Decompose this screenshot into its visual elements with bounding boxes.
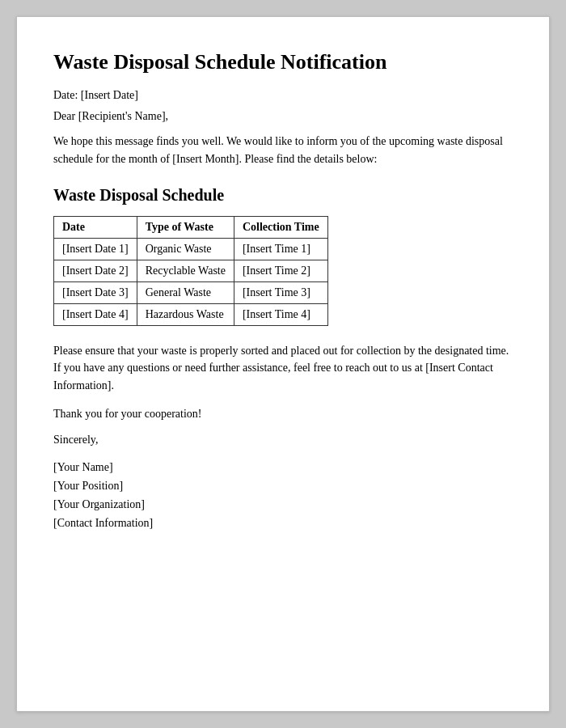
table-row: [Insert Date 2]Recyclable Waste[Insert T… [54,260,328,281]
signature-name: [Your Name] [53,458,513,476]
table-row: [Insert Date 1]Organic Waste[Insert Time… [54,238,328,260]
table-header-row: Date Type of Waste Collection Time [54,216,328,238]
table-cell: [Insert Date 3] [54,281,137,303]
table-cell: [Insert Time 4] [234,303,327,325]
main-title: Waste Disposal Schedule Notification [53,49,513,74]
table-cell: [Insert Date 4] [54,303,137,325]
col-header-type: Type of Waste [137,216,234,238]
dear-line: Dear [Recipient's Name], [53,110,513,123]
signature-position: [Your Position] [53,476,513,495]
intro-paragraph: We hope this message finds you well. We … [53,133,513,167]
table-cell: [Insert Date 2] [54,260,137,281]
table-row: [Insert Date 3]General Waste[Insert Time… [54,281,328,303]
table-cell: [Insert Time 1] [234,238,327,260]
date-line: Date: [Insert Date] [53,89,513,102]
signature-contact: [Contact Information] [53,514,513,532]
document-page: Waste Disposal Schedule Notification Dat… [16,16,550,712]
schedule-table: Date Type of Waste Collection Time [Inse… [53,216,328,326]
table-cell: [Insert Date 1] [54,238,137,260]
col-header-date: Date [54,216,137,238]
signature-organization: [Your Organization] [53,495,513,514]
thank-you: Thank you for your cooperation! [53,408,513,421]
sincerely: Sincerely, [53,434,513,447]
table-cell: Recyclable Waste [137,260,234,281]
col-header-time: Collection Time [234,216,327,238]
table-cell: General Waste [137,281,234,303]
signature-block: [Your Name] [Your Position] [Your Organi… [53,458,513,532]
table-cell: Hazardous Waste [137,303,234,325]
footer-paragraph: Please ensure that your waste is properl… [53,342,513,395]
section-title: Waste Disposal Schedule [53,186,513,205]
table-cell: Organic Waste [137,238,234,260]
table-row: [Insert Date 4]Hazardous Waste[Insert Ti… [54,303,328,325]
table-cell: [Insert Time 3] [234,281,327,303]
table-cell: [Insert Time 2] [234,260,327,281]
